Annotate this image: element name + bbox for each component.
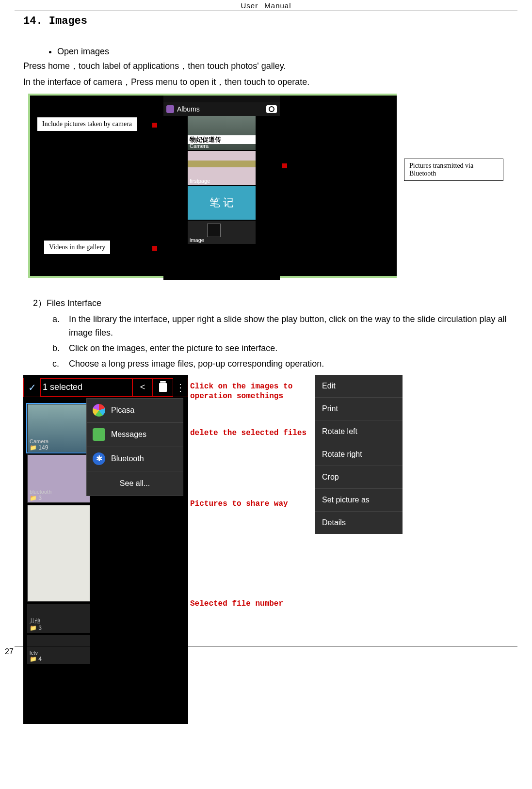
share-option-see-all[interactable]: See all... [87,471,183,496]
albums-title: Albums [177,105,266,113]
figure-albums: Albums 物妃促道传 Camera firstpage 笔 记 image [28,94,397,278]
album-label: image [190,237,204,243]
section-title: 14. Images [23,15,509,27]
picasa-icon [93,404,105,417]
share-dropdown: Picasa Messages Bluetooth See all... [86,398,183,496]
intro-p2: In the interface of camera，Press menu to… [23,76,509,89]
ctx-crop[interactable]: Crop [315,466,403,489]
ctx-edit[interactable]: Edit [315,375,403,398]
callout-videos: Videos in the gallery [44,240,111,255]
tile-label: bluetooth [30,489,51,495]
callout-connector [152,246,157,251]
messages-icon [93,428,105,441]
tile-count: 📁 4 [30,656,42,662]
sec2-item-c: c.Choose a long press image files, pop-u… [52,357,509,371]
header-right: Manual [264,1,291,10]
share-icon[interactable]: < [132,378,153,397]
share-option-messages[interactable]: Messages [87,423,183,447]
tile-label: Camera [30,438,48,444]
trash-icon [159,383,167,392]
tile-count: 📁 149 [30,444,48,451]
ctx-rotate-right[interactable]: Rotate right [315,443,403,466]
sec2-b-text: Click on the images, enter the picture t… [69,343,277,353]
intro-p1: Press home，touch label of applications，t… [23,60,509,73]
dd-label: See all... [120,479,150,488]
annotation-selected-number: Selected file number [190,599,283,609]
footer-rule [15,646,517,646]
callout-camera: Include pictures taken by camera [37,117,137,131]
tile-label: 其他 [30,617,40,625]
context-menu: Edit Print Rotate left Rotate right Crop… [315,375,403,534]
callout-bluetooth: Pictures transmitted via Bluetooth [404,159,503,181]
ctx-rotate-left[interactable]: Rotate left [315,420,403,443]
overflow-menu-icon[interactable]: ⋮ [173,378,188,397]
figure-files-interface: 1 selected < ⋮ Camera 📁 149 bluetooth 📁 … [23,375,509,724]
tile-count: 📁 3 [30,495,42,501]
delete-icon[interactable] [153,378,173,397]
album-label: Camera [190,143,209,149]
tile-other[interactable]: 其他 📁 3 [27,604,90,633]
share-option-bluetooth[interactable]: Bluetooth [87,447,183,471]
tile-bluetooth[interactable]: bluetooth 📁 3 [27,454,90,503]
annotation-click-images: Click on the images to operation somethi… [190,382,311,401]
albums-header: Albums [163,102,280,116]
bluetooth-icon [93,452,105,465]
tile-letv[interactable]: letv 📁 4 [27,635,90,664]
album-label: firstpage [190,178,210,184]
albums-body: 物妃促道传 Camera firstpage 笔 记 image [163,116,280,280]
dd-label: Bluetooth [111,454,144,463]
status-bar [163,96,280,102]
intro-bullet: Open images [57,47,509,57]
header-left: User [241,1,258,10]
annotation-column: Click on the images to operation somethi… [190,375,311,724]
phone-albums: Albums 物妃促道传 Camera firstpage 笔 记 image [163,96,280,280]
done-icon[interactable] [24,382,40,393]
camera-icon[interactable] [266,105,277,113]
annotation-share: Pictures to share way [190,499,288,509]
album-tile-notes[interactable]: 笔 记 [188,186,256,220]
callout-connector [152,123,157,128]
dd-label: Picasa [111,406,134,415]
tile-document[interactable] [27,505,90,602]
book-icon [207,224,221,237]
sec2-heading: 2）Files Interface [33,297,509,309]
album-tile-image[interactable]: image [188,221,256,244]
gallery-icon [166,105,174,113]
share-option-picasa[interactable]: Picasa [87,399,183,423]
album-tile-firstpage[interactable]: firstpage [188,151,256,185]
dd-label: Messages [111,430,146,439]
ctx-details[interactable]: Details [315,512,403,534]
sec2-c-text: Choose a long press image files, pop-up … [69,359,324,369]
page-header: User Manual [15,0,517,11]
selection-count[interactable]: 1 selected [40,378,132,397]
page-number: 27 [5,647,14,656]
notes-text: 笔 记 [210,195,234,210]
decorative-bar [188,161,256,167]
phone-selection: 1 selected < ⋮ Camera 📁 149 bluetooth 📁 … [23,375,188,724]
annotation-delete: delete the selected files [190,428,306,438]
sec2-item-b: b.Click on the images, enter the picture… [52,342,509,355]
sec2-item-a: a.In the library the interface, upper ri… [52,313,509,340]
ctx-set-as[interactable]: Set picture as [315,489,403,512]
tile-count: 📁 3 [30,625,42,631]
callout-connector [282,163,287,168]
ctx-print[interactable]: Print [315,398,403,420]
selection-toolbar: 1 selected < ⋮ [23,378,188,397]
sec2-a-text: In the library the interface, upper righ… [69,314,507,338]
tile-camera[interactable]: Camera 📁 149 [27,404,90,452]
tile-label: letv [30,650,38,656]
album-tile-camera[interactable]: 物妃促道传 Camera [188,116,256,150]
